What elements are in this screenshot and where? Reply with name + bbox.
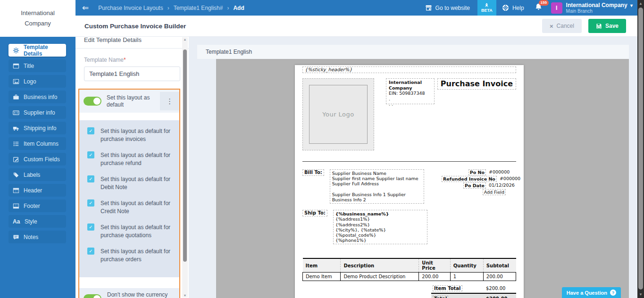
sidebar-item-notes[interactable]: Notes <box>8 231 66 243</box>
ship-to-label[interactable]: Ship To: <box>302 210 327 216</box>
checkbox-default-purchase-refund[interactable]: ✓ Set this layout as default for purchas… <box>87 151 175 167</box>
help-link[interactable]: Help <box>502 4 524 11</box>
page-title: Custom Purchase Invoice Builder <box>84 23 186 30</box>
invoice-title[interactable]: Purchase Invoice <box>437 78 516 90</box>
scroll-down-icon[interactable]: ▼ <box>637 292 644 297</box>
column-subtotal[interactable]: Subtotal <box>483 258 516 273</box>
sidebar-item-style[interactable]: Aa Style <box>8 215 66 228</box>
bill-to-label[interactable]: Bill To: <box>302 169 324 176</box>
checkbox-checked-icon[interactable]: ✓ <box>87 248 94 255</box>
currency-symbol-toggle[interactable] <box>84 294 101 298</box>
have-a-question-button[interactable]: Have a Question ? <box>562 287 621 298</box>
page-scrollbar-thumb[interactable] <box>638 8 643 290</box>
bill-to-block[interactable]: Supplier Business Name Supplier first na… <box>330 169 424 204</box>
sidebar-item-header[interactable]: Header <box>8 184 66 197</box>
sidebar-company-name: International Company <box>0 0 75 37</box>
add-field-button[interactable]: Add Field <box>483 189 506 195</box>
business-info-block[interactable]: International Company EIN: 509837348 . .… <box>386 78 435 104</box>
checkbox-checked-icon[interactable]: ✓ <box>87 151 94 158</box>
checkbox-default-purchase-invoices[interactable]: ✓ Set this layout as default for purchas… <box>87 127 175 143</box>
go-to-website-link[interactable]: Go to website <box>425 4 470 11</box>
total-row-total: Total $200.00 <box>431 293 516 298</box>
cell-subtotal: 200.00 <box>483 273 516 281</box>
items-table-row: Demo Item Demo Product Description 200.0… <box>303 273 516 281</box>
edit-template-panel: Edit Template Details Template Name* Set… <box>75 37 189 298</box>
scroll-up-icon[interactable]: ▲ <box>637 1 644 6</box>
sidebar-item-template-details[interactable]: Template Details <box>8 44 66 57</box>
truck-icon <box>13 125 19 132</box>
gear-icon <box>13 47 19 54</box>
total-label[interactable]: Total <box>433 296 448 298</box>
breadcrumb-template1-english[interactable]: Template1 English# <box>174 5 223 11</box>
preview-card: Template1 English {%sticky_header%} Your… <box>197 45 629 298</box>
column-item[interactable]: Item <box>303 258 341 273</box>
sidebar-item-supplier-info[interactable]: Supplier info <box>8 106 66 119</box>
column-quantity[interactable]: Quantity <box>450 258 483 273</box>
sidebar-item-business-info[interactable]: Business info <box>8 91 66 103</box>
template-name-input[interactable] <box>84 66 180 81</box>
sidebar-nav: Template Details Title Logo Business inf… <box>0 37 75 243</box>
po-no-value[interactable]: #000000 <box>489 169 516 175</box>
invoice-divider <box>302 161 516 162</box>
checkbox-checked-icon[interactable]: ✓ <box>87 175 94 182</box>
sidebar: International Company Template Details T… <box>0 0 75 298</box>
scroll-up-icon[interactable]: ▲ <box>182 38 188 41</box>
beta-button[interactable]: BETA <box>477 0 496 16</box>
totals-block: Item Total $200.00 Total $200.00 Paid $0… <box>431 284 516 298</box>
scroll-down-icon[interactable]: ▼ <box>182 294 188 297</box>
column-description[interactable]: Description <box>341 258 419 273</box>
sidebar-item-logo[interactable]: Logo <box>8 75 66 88</box>
question-mark-icon: ? <box>610 290 616 296</box>
checkbox-default-debit-note[interactable]: ✓ Set this layout as default for Debit N… <box>87 175 175 191</box>
checkbox-checked-icon[interactable]: ✓ <box>87 199 94 207</box>
checkbox-default-credit-note[interactable]: ✓ Set this layout as default for Credit … <box>87 199 175 215</box>
breadcrumb-separator: › <box>167 5 169 11</box>
floppy-disk-icon <box>596 23 602 29</box>
preview-canvas: {%sticky_header%} Your Logo Internationa… <box>216 59 629 298</box>
sidebar-item-title[interactable]: Title <box>8 59 66 72</box>
default-layout-toggle[interactable] <box>84 97 101 106</box>
back-arrow-icon[interactable]: ⇐ <box>82 4 89 12</box>
panel-scrollbar[interactable]: ▲ ▼ <box>182 37 188 298</box>
sidebar-item-item-columns[interactable]: Item Columns <box>8 137 66 150</box>
notifications-button[interactable]: 155 <box>535 3 543 13</box>
ship-to-block[interactable]: {%business_name%} {%address1%} {%address… <box>333 210 427 244</box>
sidebar-item-footer[interactable]: Footer <box>8 199 66 212</box>
checkbox-default-purchase-quotations[interactable]: ✓ Set this layout as default for purchas… <box>87 224 175 240</box>
po-date-label[interactable]: Po Date <box>463 182 486 189</box>
save-button[interactable]: Save <box>588 19 626 33</box>
cancel-button[interactable]: × Cancel <box>542 19 582 33</box>
cell-description: Demo Product Description <box>341 273 419 281</box>
checkbox-checked-icon[interactable]: ✓ <box>87 224 94 231</box>
refunded-invoice-no-label[interactable]: Refunded Invoice No <box>442 176 497 182</box>
breadcrumb: Purchase Invoice Layouts › Template1 Eng… <box>98 5 244 11</box>
items-table: Item Description Unit Price Quantity Sub… <box>302 258 516 281</box>
logo-upload-area[interactable]: Your Logo <box>302 78 374 150</box>
po-no-label[interactable]: Po No <box>468 169 486 175</box>
edit-icon <box>13 156 19 163</box>
item-total-label[interactable]: Item Total <box>433 285 462 291</box>
sidebar-item-labels[interactable]: Labels <box>8 168 66 181</box>
sidebar-item-custom-fields[interactable]: Custom Fields <box>8 153 66 166</box>
currency-toggle-label: Don't show the currency symbol in the it… <box>107 291 173 298</box>
panel-scrollbar-thumb[interactable] <box>183 50 187 262</box>
company-avatar[interactable]: I <box>551 2 562 14</box>
required-asterisk: * <box>124 57 126 63</box>
cell-quantity: 1 <box>450 273 483 281</box>
column-unit-price[interactable]: Unit Price <box>419 258 450 273</box>
top-bar: ⇐ Purchase Invoice Layouts › Template1 E… <box>75 0 637 16</box>
po-date-value[interactable]: 01/12/2026 <box>489 182 516 189</box>
logo-placeholder[interactable]: Your Logo <box>309 85 368 144</box>
refunded-invoice-no-value[interactable]: #000000 <box>500 176 527 182</box>
account-menu[interactable]: International Company ▾ Main Branch <box>566 2 633 14</box>
breadcrumb-purchase-invoice-layouts[interactable]: Purchase Invoice Layouts <box>98 5 163 11</box>
total-value: $200.00 <box>486 296 516 298</box>
rocket-icon <box>484 3 489 8</box>
sticky-header-placeholder[interactable]: {%sticky_header%} <box>302 66 516 73</box>
checkbox-checked-icon[interactable]: ✓ <box>87 127 94 134</box>
sidebar-item-shipping-info[interactable]: Shipping info <box>8 122 66 134</box>
preview-area: Template1 English {%sticky_header%} Your… <box>189 37 637 298</box>
checkbox-default-purchase-orders[interactable]: ✓ Set this layout as default for purchas… <box>87 248 175 264</box>
more-options-button[interactable]: ⋮ <box>160 92 179 110</box>
page-scrollbar[interactable]: ▲ ▼ <box>637 0 644 298</box>
